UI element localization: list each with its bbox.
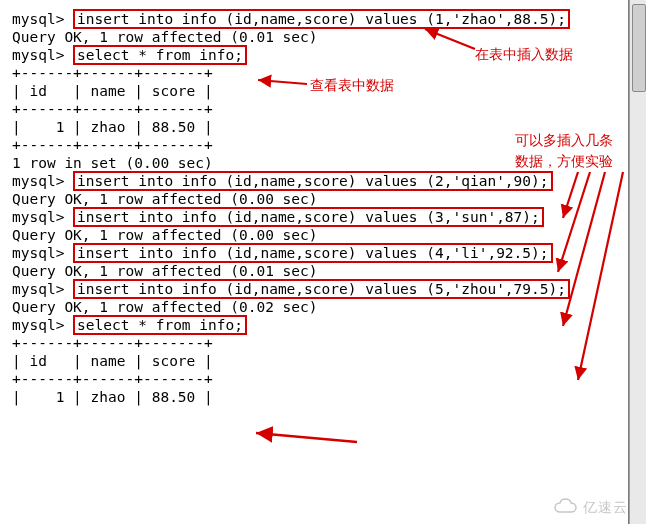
prompt: mysql> bbox=[12, 281, 73, 297]
out-row-1b: | 1 | zhao | 88.50 | bbox=[12, 388, 616, 406]
out-ok-3: Query OK, 1 row affected (0.00 sec) bbox=[12, 226, 616, 244]
out-hdr: | id | name | score | bbox=[12, 352, 616, 370]
out-sep: +------+------+-------+ bbox=[12, 334, 616, 352]
cmd-insert-1: mysql> insert into info (id,name,score) … bbox=[12, 10, 616, 28]
cmd-insert-5: mysql> insert into info (id,name,score) … bbox=[12, 280, 616, 298]
boxed-select-1: select * from info; bbox=[73, 45, 247, 65]
out-ok-2: Query OK, 1 row affected (0.00 sec) bbox=[12, 190, 616, 208]
cmd-insert-2: mysql> insert into info (id,name,score) … bbox=[12, 172, 616, 190]
scrollbar[interactable] bbox=[629, 0, 646, 524]
out-sep: +------+------+-------+ bbox=[12, 370, 616, 388]
boxed-insert-3: insert into info (id,name,score) values … bbox=[73, 207, 544, 227]
boxed-insert-1: insert into info (id,name,score) values … bbox=[73, 9, 570, 29]
prompt: mysql> bbox=[12, 245, 73, 261]
prompt: mysql> bbox=[12, 209, 73, 225]
out-sep: +------+------+-------+ bbox=[12, 100, 616, 118]
out-ok-5: Query OK, 1 row affected (0.02 sec) bbox=[12, 298, 616, 316]
cmd-insert-4: mysql> insert into info (id,name,score) … bbox=[12, 244, 616, 262]
watermark-text: 亿速云 bbox=[583, 499, 628, 515]
prompt: mysql> bbox=[12, 317, 73, 333]
boxed-insert-5: insert into info (id,name,score) values … bbox=[73, 279, 570, 299]
watermark: 亿速云 bbox=[553, 498, 628, 518]
prompt: mysql> bbox=[12, 11, 73, 27]
cmd-insert-3: mysql> insert into info (id,name,score) … bbox=[12, 208, 616, 226]
cloud-icon bbox=[553, 498, 579, 518]
scrollbar-thumb[interactable] bbox=[632, 4, 646, 92]
prompt: mysql> bbox=[12, 47, 73, 63]
boxed-insert-2: insert into info (id,name,score) values … bbox=[73, 171, 552, 191]
out-ok-1: Query OK, 1 row affected (0.01 sec) bbox=[12, 28, 616, 46]
annotation-multi-line1: 可以多插入几条 bbox=[515, 131, 613, 149]
prompt: mysql> bbox=[12, 173, 73, 189]
annotation-select: 查看表中数据 bbox=[310, 76, 394, 94]
boxed-insert-4: insert into info (id,name,score) values … bbox=[73, 243, 552, 263]
cmd-select-2: mysql> select * from info; bbox=[12, 316, 616, 334]
boxed-select-2: select * from info; bbox=[73, 315, 247, 335]
out-ok-4: Query OK, 1 row affected (0.01 sec) bbox=[12, 262, 616, 280]
annotation-multi-line2: 数据，方便实验 bbox=[515, 152, 613, 170]
annotation-insert: 在表中插入数据 bbox=[475, 45, 573, 63]
